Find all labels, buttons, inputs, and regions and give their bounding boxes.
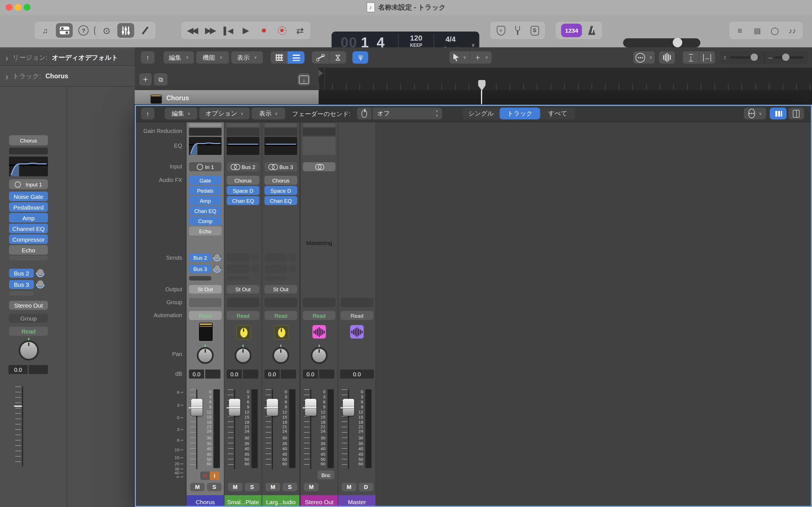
automation-mode-button[interactable]: Read bbox=[303, 311, 336, 320]
setting-button-stub[interactable] bbox=[189, 123, 221, 127]
output-button[interactable]: St Out bbox=[227, 285, 259, 293]
input-monitor-badge[interactable]: I bbox=[210, 471, 219, 480]
automation-mode-button[interactable]: Read bbox=[189, 311, 221, 320]
forward-icon[interactable]: ▶▶ bbox=[205, 24, 215, 37]
record-input-badge[interactable]: RI bbox=[200, 471, 219, 480]
input-button[interactable]: Bus 3 bbox=[264, 162, 297, 171]
vertical-zoom-slider[interactable] bbox=[730, 56, 760, 59]
inspector-toggle-icon[interactable] bbox=[56, 23, 73, 38]
audio-fx-slot[interactable]: Chorus bbox=[264, 176, 297, 185]
count-in-button[interactable]: 1234 bbox=[561, 24, 582, 37]
bounce-button[interactable]: Bnc bbox=[317, 470, 335, 480]
volume-value[interactable]: 0.0 bbox=[303, 370, 318, 379]
send-level-knob[interactable] bbox=[36, 269, 45, 277]
setting-button-stub[interactable] bbox=[303, 123, 336, 127]
solo-button[interactable]: S bbox=[283, 483, 297, 491]
crossfade-icon[interactable]: ⋈ bbox=[329, 51, 346, 64]
fader-track[interactable] bbox=[22, 386, 23, 466]
mute-button[interactable]: M bbox=[190, 483, 205, 491]
fader-send-power-button[interactable] bbox=[357, 108, 371, 119]
audio-fx-slot[interactable]: Compressor bbox=[9, 234, 48, 244]
record-icon[interactable]: ● bbox=[259, 24, 269, 37]
send-level-knob[interactable] bbox=[213, 265, 221, 273]
disclosure-chevron-icon[interactable]: › bbox=[6, 71, 8, 82]
audio-fx-slot[interactable]: Chan EQ bbox=[189, 206, 221, 215]
empty-send-slot[interactable] bbox=[264, 253, 287, 262]
volume-value[interactable]: 0.0 bbox=[227, 370, 242, 379]
audio-fx-slot[interactable]: Chan EQ bbox=[227, 196, 259, 205]
group-slot[interactable] bbox=[264, 298, 297, 307]
solo-button[interactable]: S bbox=[207, 483, 221, 491]
audio-fx-slot[interactable]: Echo bbox=[189, 226, 221, 235]
mixer-channel-strip-stereo-out[interactable]: MasteringRead0.0036912151821243035404550… bbox=[301, 122, 338, 506]
volume-fader[interactable] bbox=[305, 399, 316, 416]
audio-fx-slot[interactable]: Pedalboard bbox=[9, 202, 48, 212]
quick-help-icon[interactable]: ? bbox=[79, 24, 89, 37]
pan-knob[interactable] bbox=[197, 347, 214, 364]
duplicate-track-button[interactable]: ⧉ bbox=[154, 73, 167, 86]
solo-button[interactable]: S bbox=[245, 483, 259, 491]
group-slot[interactable]: Group bbox=[9, 314, 48, 323]
track-header-options-button[interactable]: ↓ bbox=[298, 73, 310, 86]
input-button[interactable]: In 1 bbox=[189, 162, 221, 171]
audio-fx-slot[interactable]: Comp bbox=[189, 216, 221, 225]
eq-thumbnail[interactable] bbox=[227, 137, 259, 155]
horizontal-auto-zoom-button[interactable]: ↔ bbox=[699, 51, 715, 64]
mixer-view-menu[interactable]: 表示∨ bbox=[252, 108, 285, 119]
note-pads-icon[interactable]: ▤ bbox=[752, 24, 762, 37]
mixer-channel-strip-smal-plate[interactable]: Bus 2ChorusSpace DChan EQSt OutRead0.003… bbox=[224, 122, 262, 506]
fader-send-select[interactable]: オフ ∧∨ bbox=[372, 108, 442, 119]
eq-thumbnail[interactable] bbox=[264, 137, 297, 155]
disclosure-chevron-icon[interactable]: › bbox=[6, 52, 8, 63]
mixer-toggle-icon[interactable] bbox=[117, 23, 134, 38]
secondary-tool-menu[interactable]: ＋∨ bbox=[470, 51, 492, 64]
wide-strips-button[interactable] bbox=[788, 108, 804, 119]
play-icon[interactable]: ▶ bbox=[241, 24, 251, 37]
audio-fx-slot[interactable]: Echo bbox=[9, 245, 48, 255]
send-slot[interactable]: Bus 3 bbox=[189, 265, 211, 273]
volume-value[interactable]: 0.0 bbox=[8, 365, 28, 374]
channel-name[interactable]: Larg...tudio bbox=[262, 495, 299, 506]
pointer-tool-menu[interactable]: ∨ bbox=[449, 51, 470, 64]
loop-browser-icon[interactable]: ◯ bbox=[770, 24, 780, 37]
waveform-zoom-button[interactable] bbox=[659, 51, 675, 64]
region-inspector-header[interactable]: › リージョン: オーディオデフォルト bbox=[0, 50, 140, 66]
narrow-strips-button[interactable] bbox=[770, 108, 786, 119]
group-slot[interactable] bbox=[341, 298, 373, 307]
empty-send-slot[interactable] bbox=[227, 253, 249, 262]
mute-button[interactable]: M bbox=[266, 483, 280, 491]
group-slot[interactable] bbox=[227, 298, 259, 307]
mixer-options-menu[interactable]: オプション∨ bbox=[199, 108, 250, 119]
list-editors-icon[interactable]: ≡ bbox=[735, 24, 745, 37]
send-level-knob[interactable] bbox=[213, 253, 221, 262]
send-level-knob[interactable] bbox=[36, 280, 45, 288]
channel-name[interactable]: Master bbox=[338, 495, 375, 506]
mixer-options-button[interactable]: •••∨ bbox=[744, 108, 766, 119]
audio-fx-slot[interactable]: Noise Gate bbox=[9, 191, 48, 201]
media-browser-icon[interactable]: ♪♪ bbox=[787, 24, 797, 37]
output-button[interactable]: St Out bbox=[264, 285, 297, 293]
volume-value[interactable]: 0.0 bbox=[264, 370, 280, 379]
autopunch-icon[interactable]: × bbox=[496, 24, 506, 37]
metronome-icon[interactable] bbox=[587, 24, 597, 37]
automation-mode-button[interactable]: Read bbox=[264, 311, 297, 320]
channel-name[interactable]: Chorus bbox=[187, 495, 224, 506]
horizontal-zoom-slider[interactable] bbox=[774, 56, 804, 59]
input-button[interactable] bbox=[303, 162, 336, 171]
volume-value[interactable]: 0.0 bbox=[189, 370, 204, 379]
output-button[interactable]: Stereo Out bbox=[9, 301, 48, 310]
track-options-button[interactable]: •••∨ bbox=[633, 51, 655, 64]
segment-all[interactable]: すべて bbox=[540, 108, 575, 119]
pan-knob[interactable] bbox=[18, 340, 39, 360]
solo-mode-icon[interactable]: S bbox=[529, 24, 540, 37]
mute-button[interactable]: M bbox=[304, 483, 319, 491]
automation-mode-button[interactable]: Read bbox=[227, 311, 259, 320]
grid-view-button[interactable] bbox=[271, 51, 288, 64]
channel-name[interactable]: Stereo Out bbox=[301, 495, 338, 506]
tuner-icon[interactable] bbox=[513, 24, 523, 37]
volume-fader[interactable] bbox=[191, 399, 202, 416]
record-enable-badge[interactable]: R bbox=[200, 471, 210, 480]
audio-fx-slot[interactable]: Channel EQ bbox=[9, 224, 48, 233]
add-track-button[interactable]: ＋ bbox=[139, 73, 152, 86]
dim-button[interactable]: D bbox=[359, 483, 373, 491]
